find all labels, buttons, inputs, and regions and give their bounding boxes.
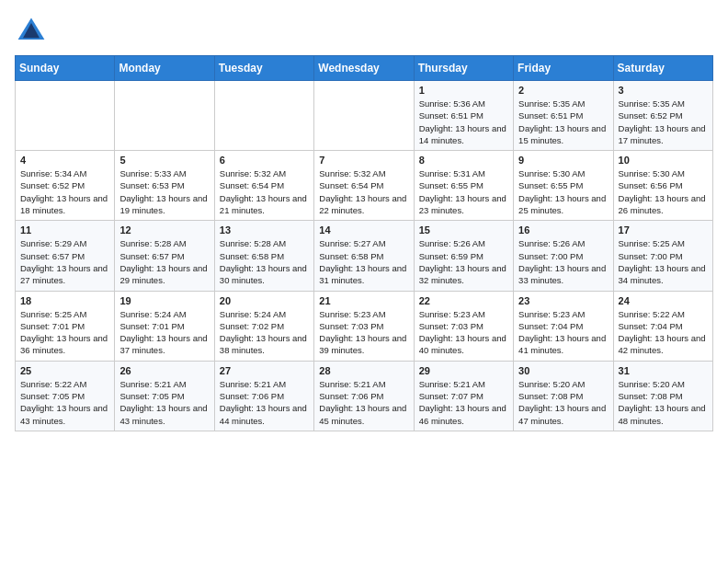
calendar-cell: 22Sunrise: 5:23 AM Sunset: 7:03 PM Dayli…: [414, 291, 513, 361]
day-number: 27: [220, 365, 309, 376]
day-info: Sunrise: 5:28 AM Sunset: 6:57 PM Dayligh…: [119, 237, 209, 286]
day-number: 2: [518, 85, 608, 96]
calendar-table: SundayMondayTuesdayWednesdayThursdayFrid…: [15, 55, 713, 431]
day-number: 5: [119, 155, 209, 166]
day-info: Sunrise: 5:33 AM Sunset: 6:53 PM Dayligh…: [119, 167, 209, 216]
day-info: Sunrise: 5:24 AM Sunset: 7:01 PM Dayligh…: [119, 308, 209, 357]
day-info: Sunrise: 5:26 AM Sunset: 7:00 PM Dayligh…: [518, 237, 608, 286]
day-info: Sunrise: 5:32 AM Sunset: 6:54 PM Dayligh…: [319, 167, 408, 216]
day-number: 31: [619, 365, 708, 376]
day-info: Sunrise: 5:29 AM Sunset: 6:57 PM Dayligh…: [20, 237, 109, 286]
calendar-cell: 15Sunrise: 5:26 AM Sunset: 6:59 PM Dayli…: [414, 221, 513, 291]
day-number: 3: [619, 85, 708, 96]
day-number: 26: [119, 365, 209, 376]
calendar-cell: 19Sunrise: 5:24 AM Sunset: 7:01 PM Dayli…: [115, 291, 214, 361]
day-number: 25: [20, 365, 109, 376]
calendar-cell: 30Sunrise: 5:20 AM Sunset: 7:08 PM Dayli…: [514, 361, 613, 431]
weekday-header-thursday: Thursday: [414, 56, 513, 81]
day-info: Sunrise: 5:21 AM Sunset: 7:06 PM Dayligh…: [319, 378, 408, 427]
day-number: 20: [220, 295, 309, 306]
calendar-cell: 23Sunrise: 5:23 AM Sunset: 7:04 PM Dayli…: [514, 291, 613, 361]
day-info: Sunrise: 5:20 AM Sunset: 7:08 PM Dayligh…: [518, 378, 608, 427]
day-number: 8: [419, 155, 508, 166]
day-info: Sunrise: 5:25 AM Sunset: 7:00 PM Dayligh…: [619, 237, 708, 286]
day-number: 10: [619, 155, 708, 166]
day-info: Sunrise: 5:31 AM Sunset: 6:55 PM Dayligh…: [419, 167, 508, 216]
weekday-header-saturday: Saturday: [613, 56, 712, 81]
day-info: Sunrise: 5:28 AM Sunset: 6:58 PM Dayligh…: [220, 237, 309, 286]
day-info: Sunrise: 5:30 AM Sunset: 6:55 PM Dayligh…: [518, 167, 608, 216]
day-info: Sunrise: 5:22 AM Sunset: 7:05 PM Dayligh…: [20, 378, 109, 427]
calendar-cell: [214, 81, 313, 151]
day-number: 7: [319, 155, 408, 166]
day-number: 22: [419, 295, 508, 306]
calendar-cell: 14Sunrise: 5:27 AM Sunset: 6:58 PM Dayli…: [314, 221, 414, 291]
calendar-cell: 20Sunrise: 5:24 AM Sunset: 7:02 PM Dayli…: [214, 291, 313, 361]
calendar-cell: 6Sunrise: 5:32 AM Sunset: 6:54 PM Daylig…: [214, 151, 313, 221]
day-number: 30: [518, 365, 608, 376]
day-number: 23: [518, 295, 608, 306]
calendar-cell: 10Sunrise: 5:30 AM Sunset: 6:56 PM Dayli…: [613, 151, 712, 221]
calendar-cell: 29Sunrise: 5:21 AM Sunset: 7:07 PM Dayli…: [414, 361, 513, 431]
day-info: Sunrise: 5:25 AM Sunset: 7:01 PM Dayligh…: [20, 308, 109, 357]
calendar-cell: 7Sunrise: 5:32 AM Sunset: 6:54 PM Daylig…: [314, 151, 414, 221]
day-number: 1: [419, 85, 508, 96]
day-number: 15: [419, 224, 508, 236]
day-number: 4: [20, 155, 109, 166]
calendar-cell: 3Sunrise: 5:35 AM Sunset: 6:52 PM Daylig…: [613, 81, 712, 151]
day-number: 17: [619, 224, 708, 236]
day-info: Sunrise: 5:20 AM Sunset: 7:08 PM Dayligh…: [619, 378, 708, 427]
page-header: [15, 15, 713, 48]
day-number: 16: [518, 224, 608, 236]
day-info: Sunrise: 5:21 AM Sunset: 7:07 PM Dayligh…: [419, 378, 508, 427]
logo: [15, 15, 51, 48]
day-number: 9: [518, 155, 608, 166]
calendar-cell: [16, 81, 115, 151]
calendar-week-3: 11Sunrise: 5:29 AM Sunset: 6:57 PM Dayli…: [16, 221, 713, 291]
calendar-cell: 2Sunrise: 5:35 AM Sunset: 6:51 PM Daylig…: [514, 81, 613, 151]
calendar-cell: 17Sunrise: 5:25 AM Sunset: 7:00 PM Dayli…: [613, 221, 712, 291]
calendar-week-5: 25Sunrise: 5:22 AM Sunset: 7:05 PM Dayli…: [16, 361, 713, 431]
calendar-cell: 9Sunrise: 5:30 AM Sunset: 6:55 PM Daylig…: [514, 151, 613, 221]
day-number: 18: [20, 295, 109, 306]
day-info: Sunrise: 5:24 AM Sunset: 7:02 PM Dayligh…: [220, 308, 309, 357]
day-info: Sunrise: 5:21 AM Sunset: 7:05 PM Dayligh…: [119, 378, 209, 427]
calendar-cell: 8Sunrise: 5:31 AM Sunset: 6:55 PM Daylig…: [414, 151, 513, 221]
day-number: 12: [119, 224, 209, 236]
calendar-week-4: 18Sunrise: 5:25 AM Sunset: 7:01 PM Dayli…: [16, 291, 713, 361]
calendar-cell: [314, 81, 414, 151]
day-info: Sunrise: 5:23 AM Sunset: 7:03 PM Dayligh…: [319, 308, 408, 357]
calendar-cell: 24Sunrise: 5:22 AM Sunset: 7:04 PM Dayli…: [613, 291, 712, 361]
logo-icon: [15, 15, 48, 48]
calendar-cell: 28Sunrise: 5:21 AM Sunset: 7:06 PM Dayli…: [314, 361, 414, 431]
day-info: Sunrise: 5:35 AM Sunset: 6:51 PM Dayligh…: [518, 98, 608, 146]
calendar-cell: 26Sunrise: 5:21 AM Sunset: 7:05 PM Dayli…: [115, 361, 214, 431]
weekday-header-tuesday: Tuesday: [214, 56, 313, 81]
day-number: 24: [619, 295, 708, 306]
weekday-header-wednesday: Wednesday: [314, 56, 414, 81]
day-info: Sunrise: 5:26 AM Sunset: 6:59 PM Dayligh…: [419, 237, 508, 286]
calendar-cell: 16Sunrise: 5:26 AM Sunset: 7:00 PM Dayli…: [514, 221, 613, 291]
calendar-cell: 21Sunrise: 5:23 AM Sunset: 7:03 PM Dayli…: [314, 291, 414, 361]
day-number: 21: [319, 295, 408, 306]
day-info: Sunrise: 5:22 AM Sunset: 7:04 PM Dayligh…: [619, 308, 708, 357]
day-info: Sunrise: 5:27 AM Sunset: 6:58 PM Dayligh…: [319, 237, 408, 286]
day-number: 13: [220, 224, 309, 236]
calendar-cell: 18Sunrise: 5:25 AM Sunset: 7:01 PM Dayli…: [16, 291, 115, 361]
calendar-cell: 4Sunrise: 5:34 AM Sunset: 6:52 PM Daylig…: [16, 151, 115, 221]
weekday-header-sunday: Sunday: [16, 56, 115, 81]
calendar-cell: 27Sunrise: 5:21 AM Sunset: 7:06 PM Dayli…: [214, 361, 313, 431]
day-info: Sunrise: 5:30 AM Sunset: 6:56 PM Dayligh…: [619, 167, 708, 216]
day-number: 14: [319, 224, 408, 236]
day-info: Sunrise: 5:34 AM Sunset: 6:52 PM Dayligh…: [20, 167, 109, 216]
weekday-header-row: SundayMondayTuesdayWednesdayThursdayFrid…: [16, 56, 713, 81]
day-info: Sunrise: 5:36 AM Sunset: 6:51 PM Dayligh…: [419, 98, 508, 146]
weekday-header-friday: Friday: [514, 56, 613, 81]
calendar-week-1: 1Sunrise: 5:36 AM Sunset: 6:51 PM Daylig…: [16, 81, 713, 151]
day-info: Sunrise: 5:35 AM Sunset: 6:52 PM Dayligh…: [619, 98, 708, 146]
day-number: 19: [119, 295, 209, 306]
calendar-cell: 11Sunrise: 5:29 AM Sunset: 6:57 PM Dayli…: [16, 221, 115, 291]
day-number: 28: [319, 365, 408, 376]
day-info: Sunrise: 5:23 AM Sunset: 7:03 PM Dayligh…: [419, 308, 508, 357]
calendar-cell: 31Sunrise: 5:20 AM Sunset: 7:08 PM Dayli…: [613, 361, 712, 431]
